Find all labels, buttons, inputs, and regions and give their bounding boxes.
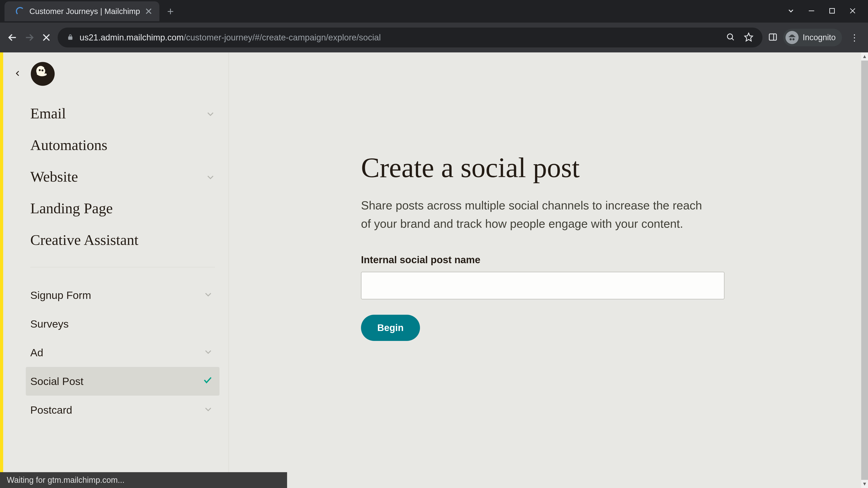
browser-chrome: Customer Journeys | Mailchimp ✕ + bbox=[0, 0, 868, 53]
nav-item-ad[interactable]: Ad bbox=[26, 338, 219, 367]
nav-primary-section: Email Automations Website Landing Page C… bbox=[3, 98, 228, 424]
incognito-icon bbox=[785, 31, 799, 44]
field-label: Internal social post name bbox=[361, 254, 727, 265]
nav-item-landing-page[interactable]: Landing Page bbox=[30, 193, 215, 224]
nav-label: Signup Form bbox=[30, 289, 91, 301]
incognito-indicator[interactable]: Incognito bbox=[783, 29, 842, 46]
address-bar-row: us21.admin.mailchimp.com/customer-journe… bbox=[0, 23, 868, 53]
nav-item-social-post[interactable]: Social Post bbox=[26, 367, 219, 396]
nav-label: Website bbox=[30, 168, 78, 185]
page-title: Create a social post bbox=[361, 152, 727, 184]
chevron-down-icon bbox=[206, 105, 215, 122]
nav-label: Email bbox=[30, 105, 66, 122]
nav-label: Postcard bbox=[30, 404, 72, 416]
nav-item-email[interactable]: Email bbox=[30, 98, 215, 129]
scrollbar-thumb[interactable] bbox=[861, 61, 868, 480]
sidebar: Email Automations Website Landing Page C… bbox=[3, 53, 229, 488]
nav-label: Landing Page bbox=[30, 200, 113, 217]
bookmark-star-icon[interactable] bbox=[744, 32, 753, 43]
browser-tab[interactable]: Customer Journeys | Mailchimp ✕ bbox=[4, 1, 159, 21]
browser-menu-icon[interactable]: ⋮ bbox=[848, 32, 861, 43]
chevron-down-icon bbox=[206, 168, 215, 185]
app-content: Email Automations Website Landing Page C… bbox=[0, 53, 868, 488]
close-window-icon[interactable] bbox=[848, 7, 857, 16]
tab-search-icon[interactable] bbox=[787, 7, 795, 16]
page-description: Share posts across multiple social chann… bbox=[361, 196, 714, 233]
url-text: us21.admin.mailchimp.com/customer-journe… bbox=[80, 33, 381, 42]
chevron-down-icon bbox=[204, 404, 213, 416]
nav-item-automations[interactable]: Automations bbox=[30, 129, 215, 161]
begin-button[interactable]: Begin bbox=[361, 315, 420, 341]
scroll-up-icon[interactable]: ▲ bbox=[861, 53, 868, 61]
lock-icon[interactable] bbox=[67, 33, 74, 41]
nav-item-creative-assistant[interactable]: Creative Assistant bbox=[30, 224, 215, 256]
svg-marker-10 bbox=[745, 33, 752, 41]
svg-point-8 bbox=[727, 34, 733, 39]
tab-title: Customer Journeys | Mailchimp bbox=[29, 7, 140, 16]
svg-rect-11 bbox=[769, 34, 776, 40]
nav-label: Creative Assistant bbox=[30, 231, 138, 249]
accent-strip bbox=[0, 53, 3, 488]
check-icon bbox=[203, 375, 213, 387]
nav-label: Ad bbox=[30, 346, 43, 359]
side-panel-icon[interactable] bbox=[768, 32, 778, 43]
nav-item-signup-form[interactable]: Signup Form bbox=[26, 281, 219, 310]
stop-loading-button[interactable] bbox=[41, 32, 52, 43]
status-bar: Waiting for gtm.mailchimp.com... bbox=[0, 472, 287, 488]
window-controls bbox=[787, 7, 864, 16]
new-tab-button[interactable]: + bbox=[167, 5, 174, 18]
nav-item-postcard[interactable]: Postcard bbox=[26, 396, 219, 424]
nav-item-surveys[interactable]: Surveys bbox=[26, 310, 219, 338]
nav-item-website[interactable]: Website bbox=[30, 161, 215, 193]
loading-spinner-icon bbox=[16, 7, 24, 15]
nav-label: Automations bbox=[30, 136, 107, 154]
back-button[interactable] bbox=[7, 32, 18, 43]
scroll-down-icon[interactable]: ▼ bbox=[861, 480, 868, 488]
incognito-label: Incognito bbox=[803, 33, 836, 42]
address-bar[interactable]: us21.admin.mailchimp.com/customer-journe… bbox=[58, 28, 763, 47]
forward-button[interactable] bbox=[24, 32, 35, 43]
sidebar-header bbox=[3, 61, 228, 98]
minimize-window-icon[interactable] bbox=[807, 7, 815, 16]
main-content: Create a social post Share posts across … bbox=[229, 53, 868, 488]
svg-line-9 bbox=[732, 38, 734, 40]
svg-point-16 bbox=[41, 69, 43, 71]
nav-label: Surveys bbox=[30, 318, 69, 330]
svg-point-15 bbox=[39, 69, 41, 71]
search-icon[interactable] bbox=[726, 32, 735, 43]
nav-label: Social Post bbox=[30, 375, 84, 387]
tab-bar: Customer Journeys | Mailchimp ✕ + bbox=[0, 0, 868, 23]
back-caret-icon[interactable] bbox=[14, 70, 21, 78]
chevron-down-icon bbox=[204, 346, 213, 359]
maximize-window-icon[interactable] bbox=[828, 7, 836, 16]
scrollbar[interactable]: ▲ ▼ bbox=[861, 53, 868, 488]
close-tab-icon[interactable]: ✕ bbox=[145, 6, 153, 17]
chevron-down-icon bbox=[204, 289, 213, 301]
social-post-name-input[interactable] bbox=[361, 272, 724, 299]
nav-divider bbox=[30, 267, 215, 267]
mailchimp-logo-icon[interactable] bbox=[30, 61, 55, 86]
svg-rect-1 bbox=[830, 8, 835, 13]
